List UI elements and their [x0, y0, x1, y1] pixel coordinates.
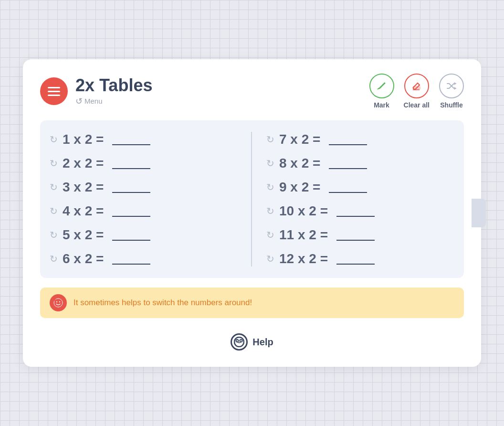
menu-button[interactable] — [40, 77, 68, 105]
problem-row: ↻ 5 x 2 = — [50, 227, 242, 243]
answer-line — [112, 264, 150, 265]
problem-text: 11 x 2 = — [279, 227, 328, 243]
problem-row: ↻ 4 x 2 = — [50, 203, 242, 219]
header: 2x Tables ↺ Menu Mark — [40, 74, 464, 109]
problem-row: ↻ 8 x 2 = — [266, 156, 454, 171]
refresh-icon[interactable]: ↻ — [266, 229, 274, 241]
problem-text: 5 x 2 = — [63, 227, 104, 243]
toolbar: Mark Clear all — [369, 74, 464, 109]
refresh-icon[interactable]: ↻ — [50, 181, 58, 193]
side-tab — [472, 199, 486, 227]
problem-row: ↻ 10 x 2 = — [266, 203, 454, 219]
clear-all-label: Clear all — [404, 101, 430, 109]
problem-row: ↻ 7 x 2 = — [266, 132, 454, 147]
refresh-icon[interactable]: ↻ — [50, 205, 58, 217]
page-title: 2x Tables — [75, 76, 152, 95]
refresh-icon[interactable]: ↻ — [50, 134, 58, 145]
problem-text: 4 x 2 = — [63, 203, 104, 219]
hint-smiley-icon — [50, 294, 67, 311]
clear-all-button[interactable]: Clear all — [404, 74, 430, 109]
answer-line — [329, 192, 367, 193]
mark-button[interactable]: Mark — [369, 74, 394, 109]
help-label: Help — [252, 337, 273, 348]
hint-bar: It sometimes helps to switch the numbers… — [40, 288, 464, 318]
svg-point-4 — [234, 337, 244, 347]
shuffle-label: Shuffle — [440, 101, 462, 109]
problem-text: 2 x 2 = — [63, 156, 104, 171]
hint-text: It sometimes helps to switch the numbers… — [74, 298, 252, 308]
problem-row: ↻ 12 x 2 = — [266, 251, 454, 266]
problem-text: 1 x 2 = — [63, 132, 104, 147]
answer-line — [112, 240, 150, 241]
header-left: 2x Tables ↺ Menu — [40, 76, 152, 106]
problem-text: 9 x 2 = — [279, 180, 320, 195]
clear-all-icon — [404, 74, 429, 98]
shuffle-button[interactable]: Shuffle — [439, 74, 464, 109]
problem-text: 3 x 2 = — [63, 180, 104, 195]
answer-line — [329, 168, 367, 169]
answer-line — [112, 216, 150, 217]
right-column: ↻ 7 x 2 = ↻ 8 x 2 = ↻ 9 x 2 = ↻ 10 x 2 = — [252, 132, 454, 266]
problem-text: 12 x 2 = — [279, 251, 328, 266]
answer-line — [336, 264, 375, 265]
mark-label: Mark — [374, 101, 389, 109]
refresh-icon[interactable]: ↻ — [50, 253, 58, 265]
title-block: 2x Tables ↺ Menu — [75, 76, 152, 106]
help-icon — [231, 333, 248, 351]
answer-line — [336, 240, 375, 241]
problem-text: 6 x 2 = — [63, 251, 104, 266]
problem-row: ↻ 3 x 2 = — [50, 180, 242, 195]
refresh-icon[interactable]: ↻ — [266, 253, 274, 265]
svg-point-2 — [56, 301, 57, 302]
refresh-icon[interactable]: ↻ — [50, 229, 58, 241]
left-column: ↻ 1 x 2 = ↻ 2 x 2 = ↻ 3 x 2 = ↻ 4 x 2 = — [50, 132, 252, 266]
menu-curve-icon: ↺ — [75, 96, 83, 106]
refresh-icon[interactable]: ↻ — [266, 181, 274, 193]
answer-line — [112, 144, 150, 145]
refresh-icon[interactable]: ↻ — [266, 134, 274, 145]
svg-point-3 — [59, 301, 60, 302]
problem-row: ↻ 2 x 2 = — [50, 156, 242, 171]
problem-text: 8 x 2 = — [279, 156, 320, 171]
problem-row: ↻ 11 x 2 = — [266, 227, 454, 243]
problem-row: ↻ 6 x 2 = — [50, 251, 242, 266]
answer-line — [112, 168, 150, 169]
problem-row: ↻ 1 x 2 = — [50, 132, 242, 147]
problem-text: 7 x 2 = — [279, 132, 320, 147]
answer-line — [329, 144, 367, 145]
problem-row: ↻ 9 x 2 = — [266, 180, 454, 195]
menu-label: ↺ Menu — [75, 96, 152, 106]
answer-line — [112, 192, 150, 193]
problems-grid: ↻ 1 x 2 = ↻ 2 x 2 = ↻ 3 x 2 = ↻ 4 x 2 = — [50, 132, 454, 266]
help-button[interactable]: Help — [40, 330, 464, 352]
refresh-icon[interactable]: ↻ — [266, 158, 274, 169]
problem-text: 10 x 2 = — [279, 203, 328, 219]
main-card: 2x Tables ↺ Menu Mark — [23, 59, 481, 367]
mark-icon — [369, 74, 394, 98]
shuffle-icon — [439, 74, 464, 98]
svg-point-6 — [240, 340, 242, 342]
refresh-icon[interactable]: ↻ — [266, 205, 274, 217]
refresh-icon[interactable]: ↻ — [50, 158, 58, 169]
answer-line — [336, 216, 375, 217]
problems-area: ↻ 1 x 2 = ↻ 2 x 2 = ↻ 3 x 2 = ↻ 4 x 2 = — [40, 120, 464, 278]
